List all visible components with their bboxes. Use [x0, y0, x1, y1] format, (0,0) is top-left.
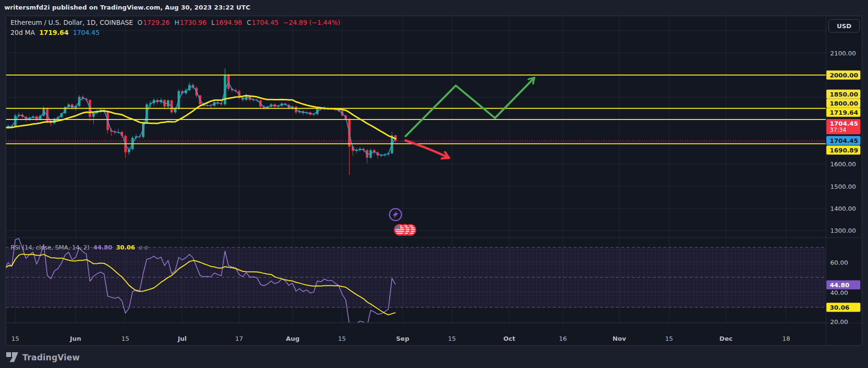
low-label: L: [211, 19, 215, 26]
attribution-text: writersmfd2i published on TradingView.co…: [4, 4, 250, 11]
tradingview-logo[interactable]: TradingView: [6, 352, 80, 362]
ma-label: 20d MA: [11, 29, 35, 36]
open-value: 1729.26: [143, 19, 170, 26]
currency-toggle-button[interactable]: USD: [828, 19, 860, 32]
ma20-value: 1719.64: [39, 29, 69, 36]
tradingview-logo-icon: [6, 352, 19, 362]
symbol-header: Ethereum / U.S. Dollar, 1D, COINBASE O17…: [11, 19, 340, 26]
rsi-ma-value: 30.06: [116, 244, 135, 251]
high-label: H: [175, 19, 179, 26]
us-flag-icon[interactable]: [395, 225, 416, 235]
high-value: 1730.96: [180, 19, 207, 26]
low-value: 1694.98: [215, 19, 242, 26]
rsi-indicator-header: RSI (14, close, SMA, 14, 2) 44.80 30.06 …: [11, 244, 148, 251]
chart-graphics: [0, 0, 868, 368]
lightning-icon[interactable]: [390, 209, 402, 221]
close-label: C: [247, 19, 251, 26]
rsi-params: (14, close, SMA, 14, 2): [22, 244, 89, 251]
close-value: 1704.45: [252, 19, 279, 26]
change-value: −24.89 (−1.44%): [283, 19, 340, 26]
rsi-value: 44.80: [93, 244, 112, 251]
tradingview-snapshot: writersmfd2i published on TradingView.co…: [0, 0, 868, 368]
symbol-title: Ethereum / U.S. Dollar, 1D, COINBASE: [11, 19, 133, 26]
ma-fast-value: 1704.45: [73, 29, 99, 36]
rsi-extra-values: ø ø: [139, 244, 148, 251]
tradingview-logo-text: TradingView: [22, 353, 80, 362]
rsi-title: RSI: [11, 244, 20, 251]
ma-indicator-header: 20d MA 1719.64 1704.45: [11, 29, 99, 36]
ohlc-readout: O1729.26 H1730.96 L1694.98 C1704.45 −24.…: [137, 19, 340, 26]
open-label: O: [137, 19, 143, 26]
